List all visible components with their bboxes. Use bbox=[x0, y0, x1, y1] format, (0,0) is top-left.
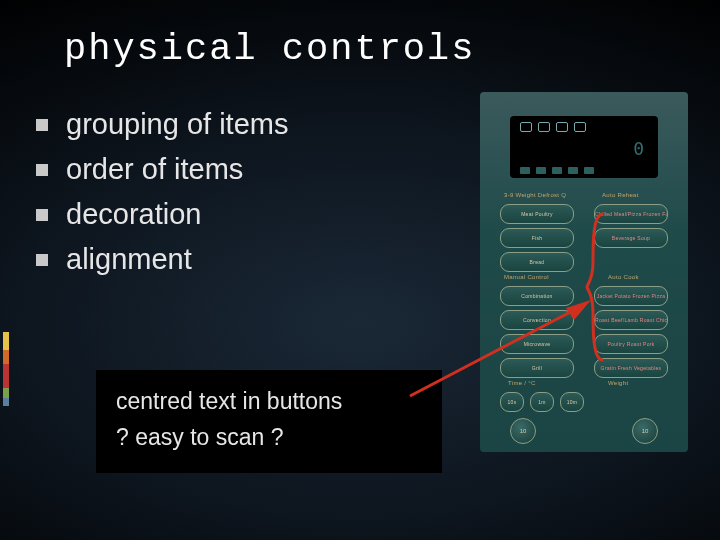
callout-box: centred text in buttons ? easy to scan ? bbox=[96, 370, 442, 473]
page-title: physical controls bbox=[64, 28, 475, 70]
appliance-button: Meat Poultry bbox=[500, 204, 574, 224]
appliance-button: Fish bbox=[500, 228, 574, 248]
display-top-icons bbox=[520, 122, 586, 132]
slide: physical controls grouping of items orde… bbox=[0, 0, 720, 540]
section-label: Manual Control bbox=[504, 274, 549, 280]
bullet-text: alignment bbox=[66, 243, 192, 276]
list-item: decoration bbox=[36, 198, 446, 231]
display-digit: 0 bbox=[633, 138, 644, 159]
section-label: Time / °C bbox=[508, 380, 536, 386]
appliance-button: Convection bbox=[500, 310, 574, 330]
appliance-button: Beverage Soup bbox=[594, 228, 668, 248]
section-label: Auto Cook bbox=[608, 274, 639, 280]
button-group-left-mid: Combination Convection Microwave Grill bbox=[500, 286, 574, 378]
appliance-button: Roast Beef/Lamb Roast Chicken bbox=[594, 310, 668, 330]
bullet-marker-icon bbox=[36, 254, 48, 266]
section-label: Auto Reheat bbox=[602, 192, 639, 198]
button-group-right-top: Chilled Meal/Pizza Frozen Food Beverage … bbox=[594, 204, 668, 248]
appliance-button: 1m bbox=[530, 392, 554, 412]
appliance-panel-image: 0 3-9 Weight Defrost Q Auto Reheat Meat … bbox=[480, 92, 688, 452]
appliance-button: 10s bbox=[500, 392, 524, 412]
bullet-text: grouping of items bbox=[66, 108, 288, 141]
appliance-button: Poultry Roast Pork bbox=[594, 334, 668, 354]
appliance-round-button: 10 bbox=[510, 418, 536, 444]
appliance-round-button: 10 bbox=[632, 418, 658, 444]
appliance-button: 10m bbox=[560, 392, 584, 412]
appliance-button: Combination bbox=[500, 286, 574, 306]
bullet-marker-icon bbox=[36, 119, 48, 131]
bottom-round-row: 10 10 bbox=[510, 418, 658, 444]
callout-line: centred text in buttons bbox=[116, 384, 426, 420]
button-group-left-top: Meat Poultry Fish Bread bbox=[500, 204, 574, 272]
appliance-button: Chilled Meal/Pizza Frozen Food bbox=[594, 204, 668, 224]
appliance-button: Jacket Potato Frozen Pizza bbox=[594, 286, 668, 306]
list-item: alignment bbox=[36, 243, 446, 276]
bullet-marker-icon bbox=[36, 209, 48, 221]
section-label: Weight bbox=[608, 380, 628, 386]
list-item: grouping of items bbox=[36, 108, 446, 141]
panel-display: 0 bbox=[510, 116, 658, 178]
callout-line: ? easy to scan ? bbox=[116, 420, 426, 456]
bullet-marker-icon bbox=[36, 164, 48, 176]
bottom-small-row: 10s 1m 10m bbox=[500, 392, 584, 412]
appliance-button: Bread bbox=[500, 252, 574, 272]
list-item: order of items bbox=[36, 153, 446, 186]
display-bottom-icons bbox=[520, 167, 594, 174]
accent-stripes bbox=[3, 332, 9, 406]
bullet-text: decoration bbox=[66, 198, 201, 231]
appliance-button: Gratin Fresh Vegetables bbox=[594, 358, 668, 378]
appliance-button: Microwave bbox=[500, 334, 574, 354]
bullet-list: grouping of items order of items decorat… bbox=[36, 108, 446, 288]
bullet-text: order of items bbox=[66, 153, 243, 186]
section-label: 3-9 Weight Defrost Q bbox=[504, 192, 566, 198]
button-group-right-mid: Jacket Potato Frozen Pizza Roast Beef/La… bbox=[594, 286, 668, 378]
appliance-button: Grill bbox=[500, 358, 574, 378]
